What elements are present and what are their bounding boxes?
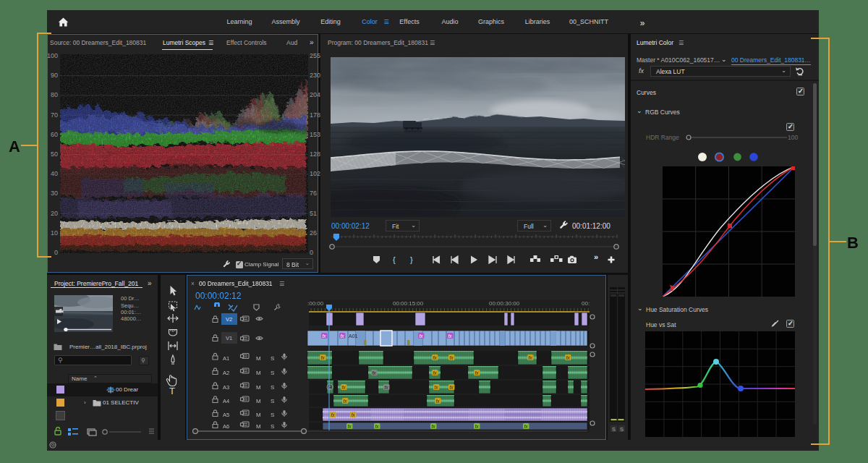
svg-text:M: M: [256, 398, 261, 404]
svg-text:M: M: [256, 355, 261, 362]
svg-text::00:00: :00:00: [307, 300, 324, 307]
svg-text:00:: 00:: [582, 300, 590, 307]
svg-text:A4: A4: [223, 398, 229, 404]
svg-text:S: S: [271, 370, 274, 376]
svg-text:fx: fx: [524, 424, 529, 429]
svg-text:S: S: [620, 426, 624, 433]
svg-text:fx: fx: [448, 334, 453, 339]
svg-text:fx: fx: [323, 334, 327, 339]
svg-text:fx: fx: [432, 424, 436, 429]
svg-text:{: {: [393, 255, 396, 264]
svg-text:»: »: [594, 253, 598, 261]
svg-text:V2: V2: [226, 316, 232, 323]
svg-text:M: M: [256, 384, 261, 391]
svg-text:fx: fx: [348, 424, 352, 429]
svg-text:M: M: [256, 412, 261, 418]
svg-text:A2: A2: [223, 370, 229, 376]
svg-text:S: S: [271, 398, 274, 404]
svg-text:M: M: [256, 423, 261, 430]
svg-text:A1: A1: [223, 355, 229, 362]
svg-text:fx: fx: [475, 424, 480, 429]
svg-text:B: B: [847, 234, 859, 252]
svg-text:A5: A5: [223, 412, 229, 418]
svg-text:S: S: [271, 412, 274, 418]
svg-text:V1: V1: [226, 335, 232, 341]
svg-text:S: S: [612, 426, 616, 433]
svg-text:A01: A01: [349, 334, 358, 339]
svg-text:fx: fx: [341, 334, 345, 339]
svg-text:S: S: [271, 384, 274, 391]
svg-text:}: }: [410, 255, 413, 264]
svg-text:fx: fx: [375, 424, 380, 429]
svg-text:00:00:15:00: 00:00:15:00: [393, 300, 424, 307]
svg-text:A3: A3: [223, 384, 229, 391]
svg-text:S: S: [271, 423, 274, 430]
svg-text:M: M: [256, 370, 261, 376]
svg-text:A: A: [9, 137, 20, 156]
svg-text:T: T: [169, 386, 175, 396]
svg-text:00:00:30:00: 00:00:30:00: [489, 300, 520, 307]
svg-text:S: S: [271, 355, 274, 362]
svg-text:fx: fx: [420, 334, 424, 339]
svg-text:A6: A6: [223, 423, 229, 430]
